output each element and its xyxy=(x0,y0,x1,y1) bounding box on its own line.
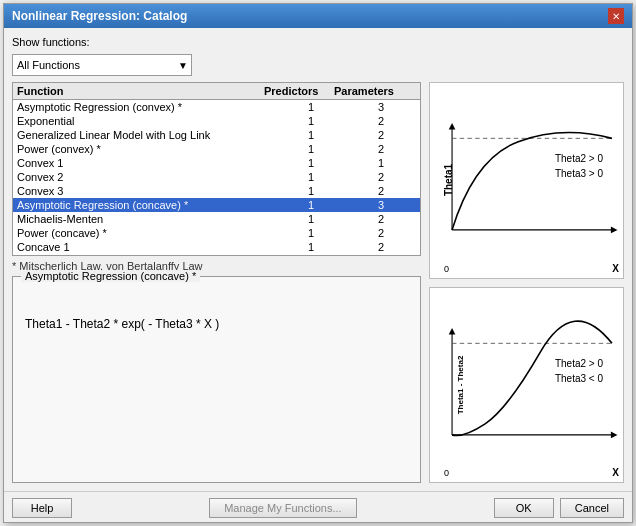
table-row[interactable]: Exponential 1 2 xyxy=(13,114,420,128)
row-name: Asymptotic Regression (convex) * xyxy=(17,101,276,113)
bottom-chart-origin: 0 xyxy=(444,468,449,478)
top-chart-origin: 0 xyxy=(444,264,449,274)
bottom-bar: Help Manage My Functions... OK Cancel xyxy=(4,491,632,522)
row-predictors: 1 xyxy=(276,227,346,239)
row-predictors: 1 xyxy=(276,213,346,225)
dialog-title: Nonlinear Regression: Catalog xyxy=(12,9,187,23)
row-predictors: 1 xyxy=(276,241,346,253)
row-name: Convex 3 xyxy=(17,185,276,197)
row-parameters: 3 xyxy=(346,199,416,211)
table-row[interactable]: Power (convex) * 1 2 xyxy=(13,142,420,156)
bottom-chart-annotation: Theta2 > 0 Theta3 < 0 xyxy=(555,356,603,386)
svg-marker-4 xyxy=(611,227,618,234)
row-predictors: 1 xyxy=(276,101,346,113)
table-row[interactable]: Concave 2 1 1 xyxy=(13,254,420,255)
row-parameters: 2 xyxy=(346,241,416,253)
svg-marker-9 xyxy=(611,431,618,438)
top-chart-x-label: X xyxy=(612,263,619,274)
cancel-button[interactable]: Cancel xyxy=(560,498,624,518)
table-row[interactable]: Power (concave) * 1 2 xyxy=(13,226,420,240)
row-name: Exponential xyxy=(17,115,276,127)
formula-text: Theta1 - Theta2 * exp( - Theta3 * X ) xyxy=(21,313,412,335)
row-name: Generalized Linear Model with Log Link xyxy=(17,129,276,141)
dialog-body: Show functions: All Functions My Functio… xyxy=(4,28,632,491)
table-body[interactable]: Asymptotic Regression (convex) * 1 3 Exp… xyxy=(13,100,420,255)
row-name: Convex 1 xyxy=(17,157,276,169)
main-content: Function Predictors Parameters Asymptoti… xyxy=(12,82,624,483)
row-name: Concave 1 xyxy=(17,241,276,253)
row-parameters: 2 xyxy=(346,185,416,197)
show-functions-label: Show functions: xyxy=(12,36,90,48)
row-name: Power (concave) * xyxy=(17,227,276,239)
row-parameters: 2 xyxy=(346,115,416,127)
row-name: Asymptotic Regression (concave) * xyxy=(17,199,276,211)
svg-marker-3 xyxy=(449,123,456,130)
right-panel: Theta1 X 0 Theta2 > 0 Theta3 > 0 xyxy=(429,82,624,483)
col-parameters: Parameters xyxy=(334,85,404,97)
dialog-window: Nonlinear Regression: Catalog ✕ Show fun… xyxy=(3,3,633,523)
row-predictors: 1 xyxy=(276,143,346,155)
row-predictors: 1 xyxy=(276,199,346,211)
table-row[interactable]: Convex 2 1 2 xyxy=(13,170,420,184)
row-parameters: 1 xyxy=(346,157,416,169)
show-functions-row: Show functions: xyxy=(12,36,624,48)
bottom-chart-y-label: Theta1 - Theta2 xyxy=(456,355,465,414)
table-row[interactable]: Concave 1 1 2 xyxy=(13,240,420,254)
row-name: Michaelis-Menten xyxy=(17,213,276,225)
table-row[interactable]: Convex 1 1 1 xyxy=(13,156,420,170)
bottom-chart: Theta1 - Theta2 X 0 Theta2 > 0 Theta3 < … xyxy=(429,287,624,484)
row-name: Convex 2 xyxy=(17,171,276,183)
close-button[interactable]: ✕ xyxy=(608,8,624,24)
svg-marker-8 xyxy=(449,327,456,334)
dropdown-container: All Functions My Functions Built-in Func… xyxy=(12,54,192,76)
left-panel: Function Predictors Parameters Asymptoti… xyxy=(12,82,421,483)
table-row[interactable]: Convex 3 1 2 xyxy=(13,184,420,198)
table-row[interactable]: Generalized Linear Model with Log Link 1… xyxy=(13,128,420,142)
row-parameters: 3 xyxy=(346,101,416,113)
functions-table: Function Predictors Parameters Asymptoti… xyxy=(12,82,421,256)
bottom-chart-x-label: X xyxy=(612,467,619,478)
table-row[interactable]: Michaelis-Menten 1 2 xyxy=(13,212,420,226)
formula-box-title: Asymptotic Regression (concave) * xyxy=(21,270,200,282)
formula-box: Asymptotic Regression (concave) * Theta1… xyxy=(12,276,421,483)
functions-dropdown[interactable]: All Functions My Functions Built-in Func… xyxy=(12,54,192,76)
col-function: Function xyxy=(17,85,264,97)
table-header: Function Predictors Parameters xyxy=(13,83,420,100)
row-parameters: 2 xyxy=(346,213,416,225)
col-predictors: Predictors xyxy=(264,85,334,97)
row-predictors: 1 xyxy=(276,129,346,141)
row-predictors: 1 xyxy=(276,185,346,197)
row-parameters: 2 xyxy=(346,143,416,155)
row-parameters: 2 xyxy=(346,227,416,239)
top-chart-annotation: Theta2 > 0 Theta3 > 0 xyxy=(555,151,603,181)
table-row[interactable]: Asymptotic Regression (concave) * 1 3 xyxy=(13,198,420,212)
help-button[interactable]: Help xyxy=(12,498,72,518)
row-parameters: 2 xyxy=(346,171,416,183)
dropdown-row: All Functions My Functions Built-in Func… xyxy=(12,54,624,76)
title-bar: Nonlinear Regression: Catalog ✕ xyxy=(4,4,632,28)
top-chart: Theta1 X 0 Theta2 > 0 Theta3 > 0 xyxy=(429,82,624,279)
row-name: Power (convex) * xyxy=(17,143,276,155)
ok-cancel-group: OK Cancel xyxy=(494,498,624,518)
top-chart-y-label: Theta1 xyxy=(443,164,454,196)
row-parameters: 2 xyxy=(346,129,416,141)
row-predictors: 1 xyxy=(276,171,346,183)
ok-button[interactable]: OK xyxy=(494,498,554,518)
row-predictors: 1 xyxy=(276,115,346,127)
row-predictors: 1 xyxy=(276,157,346,169)
manage-button[interactable]: Manage My Functions... xyxy=(209,498,356,518)
table-row[interactable]: Asymptotic Regression (convex) * 1 3 xyxy=(13,100,420,114)
